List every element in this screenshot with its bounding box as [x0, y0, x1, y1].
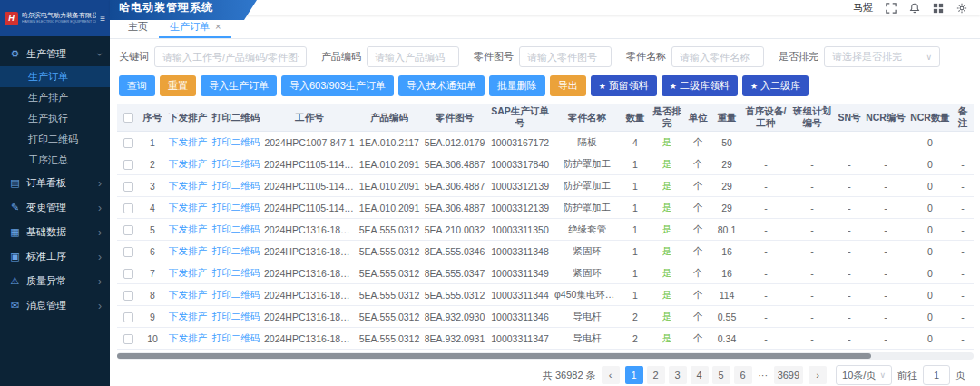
export-button[interactable]: 导出	[550, 75, 586, 96]
print-qrcode-link[interactable]: 打印二维码	[212, 311, 260, 322]
part-name-input[interactable]	[671, 46, 764, 67]
row-checkbox[interactable]	[123, 312, 133, 322]
send-schedule-link[interactable]: 下发排产	[169, 289, 207, 300]
sidebar-subitem-process-summary[interactable]: 工序汇总	[0, 150, 110, 171]
import-603-903-order-button[interactable]: 导入603/903生产订单	[281, 75, 394, 96]
sidebar-item-standard-process[interactable]: ▣标准工序›	[0, 244, 110, 269]
sidebar-item-order-board[interactable]: ▤订单看板›	[0, 171, 110, 195]
sidebar-item-change-mgmt[interactable]: ✎变更管理›	[0, 195, 110, 220]
cell-seq: 10	[139, 328, 166, 350]
secondary-store-pick-button[interactable]: ★二级库领料	[662, 75, 738, 96]
send-schedule-link[interactable]: 下发排产	[169, 245, 207, 256]
product-code-input[interactable]	[367, 46, 459, 67]
page-button-6[interactable]: 6	[734, 366, 752, 384]
row-checkbox[interactable]	[123, 138, 133, 148]
cell-part_no: 8EA.932.0931	[422, 328, 487, 350]
cell-work_no: 2024HPC1316-1833-2	[262, 241, 357, 262]
table-header-row: 序号下发排产打印二维码工作号产品编码零件图号SAP生产订单号零件名称数量是否排完…	[117, 104, 974, 132]
cell-sn: -	[836, 175, 863, 197]
horizontal-scrollbar[interactable]	[117, 352, 974, 360]
reset-button[interactable]: 重置	[160, 75, 196, 96]
table-row: 5下发排产打印二维码2024HPC1316-1833-25EA.555.0312…	[117, 219, 974, 241]
table-row: 2下发排产打印二维码2024HPC1105-1147-21EA.010.2091…	[117, 153, 974, 175]
sidebar-item-production-mgmt[interactable]: ⚙生产管理›	[0, 42, 110, 66]
keyword-input[interactable]	[154, 46, 307, 67]
page-button-2[interactable]: 2	[647, 366, 665, 384]
row-checkbox[interactable]	[123, 334, 133, 344]
grid-icon[interactable]	[933, 3, 944, 14]
cell-qty: 1	[622, 284, 649, 306]
print-qrcode-link[interactable]: 打印二维码	[212, 158, 260, 169]
import-production-order-button[interactable]: 导入生产订单	[201, 75, 277, 96]
page-button-3699[interactable]: 3699	[774, 366, 803, 384]
fullscreen-icon[interactable]	[886, 3, 897, 14]
send-schedule-link[interactable]: 下发排产	[169, 311, 207, 322]
cell-unit: 个	[685, 241, 710, 262]
scheduled-select[interactable]: 请选择是否排完 ∨	[824, 46, 940, 67]
send-schedule-link[interactable]: 下发排产	[169, 202, 207, 213]
page-button-3[interactable]: 3	[669, 366, 687, 384]
print-qrcode-link[interactable]: 打印二维码	[212, 202, 260, 213]
page-button-1[interactable]: 1	[625, 366, 643, 384]
row-checkbox[interactable]	[123, 225, 133, 235]
sidebar-subitem-production-execution[interactable]: 生产执行	[0, 108, 110, 129]
row-checkbox[interactable]	[123, 247, 133, 257]
username[interactable]: 马煜	[853, 1, 873, 15]
scrollbar-thumb[interactable]	[117, 353, 871, 359]
column-header: 首序设备/工种	[743, 104, 789, 132]
goto-page-input[interactable]	[923, 365, 950, 385]
company-name: 哈尔滨电气动力装备有限公司 HARBIN ELECTRIC POWER EQUI…	[22, 12, 96, 24]
page-size-select[interactable]: 10条/页 ∨	[836, 365, 892, 385]
page-button-5[interactable]: 5	[712, 366, 730, 384]
prev-page-button[interactable]: ‹	[602, 366, 620, 384]
send-schedule-link[interactable]: 下发排产	[169, 180, 207, 191]
column-header: NCR数量	[908, 104, 952, 132]
row-checkbox[interactable]	[123, 160, 133, 170]
bell-icon[interactable]	[909, 3, 920, 14]
sidebar-item-message-mgmt[interactable]: ✉消息管理›	[0, 293, 110, 318]
secondary-store-in-button[interactable]: ★入二级库	[742, 75, 808, 96]
send-schedule-link[interactable]: 下发排产	[169, 223, 207, 234]
page-button-4[interactable]: 4	[691, 366, 709, 384]
print-qrcode-link[interactable]: 打印二维码	[212, 223, 260, 234]
sidebar-item-quality-exception[interactable]: ⚠质量异常›	[0, 269, 110, 293]
batch-delete-button[interactable]: 批量删除	[489, 75, 545, 96]
sidebar-subitem-production-scheduling[interactable]: 生产排产	[0, 87, 110, 108]
collapse-icon[interactable]: ≡	[100, 14, 105, 24]
print-qrcode-link[interactable]: 打印二维码	[212, 180, 260, 191]
cell-ncr_qty: 0	[908, 219, 952, 241]
gear-icon[interactable]	[956, 3, 967, 14]
print-qrcode-link[interactable]: 打印二维码	[212, 332, 260, 343]
part-no-input[interactable]	[519, 46, 612, 67]
close-icon[interactable]: ×	[215, 21, 220, 32]
row-checkbox[interactable]	[123, 182, 133, 192]
print-qrcode-link[interactable]: 打印二维码	[212, 267, 260, 278]
row-checkbox[interactable]	[123, 269, 133, 279]
sidebar-item-base-data[interactable]: ▦基础数据›	[0, 220, 110, 244]
reserve-material-button[interactable]: ★预留领料	[591, 75, 657, 96]
print-qrcode-link[interactable]: 打印二维码	[212, 136, 260, 147]
column-header: 备注	[952, 104, 974, 132]
send-schedule-link[interactable]: 下发排产	[169, 267, 207, 278]
next-page-button[interactable]: ›	[808, 366, 827, 384]
send-schedule-link[interactable]: 下发排产	[169, 158, 207, 169]
row-checkbox[interactable]	[123, 203, 133, 213]
header-checkbox[interactable]	[123, 113, 133, 123]
send-schedule-link[interactable]: 下发排产	[169, 332, 207, 343]
page-size-value: 10条/页	[842, 369, 876, 382]
row-checkbox[interactable]	[123, 291, 133, 301]
sidebar-subitem-print-qrcode[interactable]: 打印二维码	[0, 129, 110, 150]
search-button[interactable]: 查询	[119, 75, 155, 96]
column-header: 单位	[685, 104, 710, 132]
print-qrcode-link[interactable]: 打印二维码	[212, 289, 260, 300]
scheduled-flag: 是	[662, 311, 672, 322]
cell-part_name: 紧固环	[553, 241, 622, 262]
tab-production-order-label: 生产订单	[170, 21, 210, 32]
print-qrcode-link[interactable]: 打印二维码	[212, 245, 260, 256]
table-row: 8下发排产打印二维码2024HPC1316-1833-25EA.555.0312…	[117, 284, 974, 306]
cell-seq: 7	[139, 262, 166, 284]
sidebar-subitem-production-order[interactable]: 生产订单	[0, 66, 110, 87]
cell-sap_no: 10003311350	[487, 219, 553, 241]
send-schedule-link[interactable]: 下发排产	[169, 136, 207, 147]
import-tech-notice-button[interactable]: 导入技术通知单	[398, 75, 485, 96]
